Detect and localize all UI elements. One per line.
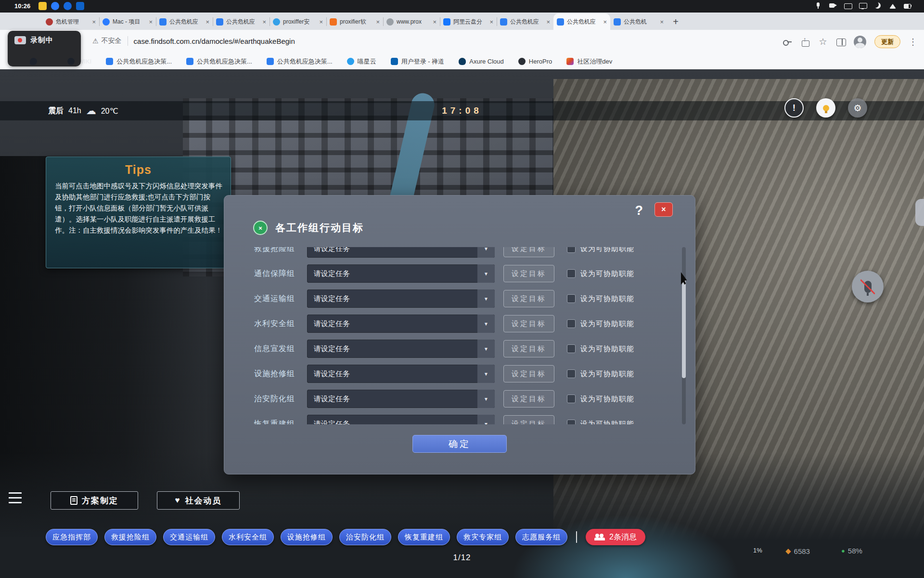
assist-checkbox[interactable]: [567, 420, 576, 424]
task-dropdown[interactable]: 请设定任务▼: [307, 415, 495, 424]
bookmark-star-icon[interactable]: ☆: [818, 37, 828, 47]
search-status-icon[interactable]: [64, 2, 72, 10]
url-text[interactable]: case.findsoft.com.cn/damocles/#/earthqua…: [134, 37, 295, 45]
mobilize-button[interactable]: ♥ 社会动员: [157, 491, 240, 510]
set-target-button[interactable]: 设定目标: [503, 290, 554, 307]
department-button[interactable]: 交通运输组: [163, 529, 215, 545]
bookmark-item[interactable]: 喵星云: [347, 57, 376, 66]
lanhu-status-icon[interactable]: [51, 2, 59, 10]
confirm-button[interactable]: 确定: [412, 435, 507, 453]
omnibox[interactable]: ⚠ 不安全 case.findsoft.com.cn/damocles/#/ea…: [92, 36, 295, 46]
browser-tab[interactable]: 公共危机应×: [156, 13, 213, 30]
microphone-button[interactable]: [852, 271, 884, 302]
help-icon[interactable]: ?: [635, 203, 643, 218]
new-tab-button[interactable]: +: [669, 15, 682, 28]
set-target-button[interactable]: 设定目标: [503, 415, 554, 424]
camera-status-icon[interactable]: [829, 2, 837, 9]
tab-close-icon[interactable]: ×: [205, 19, 209, 25]
bookmark-item[interactable]: 用户登录 - 禅道: [391, 57, 445, 66]
department-button[interactable]: 志愿服务组: [515, 529, 567, 545]
profile-avatar[interactable]: [854, 36, 866, 48]
tab-close-icon[interactable]: ×: [376, 19, 380, 25]
moon-status-icon[interactable]: [874, 2, 882, 9]
pencil-status-icon[interactable]: [38, 2, 47, 10]
chevron-down-icon[interactable]: ▼: [477, 264, 495, 283]
bookmark-item[interactable]: 公共危机应急决策...: [186, 57, 252, 66]
app-status-icon[interactable]: [76, 2, 84, 10]
browser-tab[interactable]: proxifier软×: [326, 13, 383, 30]
browser-tab[interactable]: 危机管理×: [42, 13, 99, 30]
tab-close-icon[interactable]: ×: [262, 19, 266, 25]
department-button[interactable]: 水利安全组: [222, 529, 274, 545]
bookmark-item[interactable]: HeroPro: [518, 58, 552, 65]
security-chip[interactable]: ⚠ 不安全: [92, 37, 122, 45]
assist-checkbox[interactable]: [567, 319, 576, 328]
department-button[interactable]: 应急指挥部: [46, 529, 98, 545]
hint-button[interactable]: [816, 98, 835, 118]
update-button[interactable]: 更新: [874, 35, 900, 48]
set-target-button[interactable]: 设定目标: [503, 365, 554, 382]
side-panel-icon[interactable]: [836, 37, 846, 47]
department-button[interactable]: 设施抢修组: [281, 529, 333, 545]
chevron-down-icon[interactable]: ▼: [477, 340, 495, 358]
display-status-icon[interactable]: [859, 2, 867, 9]
tab-close-icon[interactable]: ×: [319, 19, 323, 25]
mic-status-icon[interactable]: [814, 2, 822, 9]
tab-close-icon[interactable]: ×: [92, 19, 96, 25]
group-collapse-icon[interactable]: ×: [253, 221, 268, 235]
task-dropdown[interactable]: 请设定任务▼: [307, 365, 495, 383]
set-target-button[interactable]: 设定目标: [503, 390, 554, 407]
alert-button[interactable]: !: [784, 98, 804, 118]
chevron-down-icon[interactable]: ▼: [477, 247, 495, 258]
task-dropdown[interactable]: 请设定任务▼: [307, 289, 495, 308]
browser-tab[interactable]: 公共危机×: [610, 13, 667, 30]
task-dropdown[interactable]: 请设定任务▼: [307, 390, 495, 408]
tab-close-icon[interactable]: ×: [603, 19, 607, 25]
browser-tab[interactable]: 阿里云盘分×: [440, 13, 497, 30]
bookmark-item[interactable]: 公共危机应急决策...: [106, 57, 172, 66]
browser-tab-active[interactable]: 公共危机应×: [553, 13, 610, 30]
task-dropdown[interactable]: 请设定任务▼: [307, 247, 495, 258]
department-button[interactable]: 救灾专家组: [457, 529, 509, 545]
bookmark-item[interactable]: 社区治理dev: [566, 57, 612, 66]
event-list-icon[interactable]: [9, 492, 22, 503]
assist-checkbox[interactable]: [567, 344, 576, 353]
browser-tab[interactable]: proxiffer安×: [270, 13, 326, 30]
department-button[interactable]: 治安防化组: [339, 529, 391, 545]
assist-checkbox[interactable]: [567, 247, 576, 253]
chevron-down-icon[interactable]: ▼: [477, 390, 495, 408]
tab-close-icon[interactable]: ×: [433, 19, 436, 25]
task-dropdown[interactable]: 请设定任务▼: [307, 264, 495, 283]
keyboard-status-icon[interactable]: [844, 2, 852, 9]
wifi-status-icon[interactable]: [889, 2, 897, 9]
tab-close-icon[interactable]: ×: [660, 19, 664, 25]
assist-checkbox[interactable]: [567, 269, 576, 278]
scrollbar-thumb[interactable]: [682, 279, 686, 378]
close-button[interactable]: ×: [654, 202, 673, 217]
tab-close-icon[interactable]: ×: [546, 19, 550, 25]
assist-checkbox[interactable]: [567, 369, 576, 378]
share-icon[interactable]: [800, 37, 810, 47]
set-target-button[interactable]: 设定目标: [503, 265, 554, 282]
department-button[interactable]: 恢复重建组: [398, 529, 450, 545]
browser-tab[interactable]: www.prox×: [383, 13, 440, 30]
modal-scrollbar[interactable]: [682, 247, 686, 424]
browser-tab[interactable]: Mac - 项目×: [99, 13, 156, 30]
assist-checkbox[interactable]: [567, 294, 576, 303]
chevron-down-icon[interactable]: ▼: [477, 365, 495, 383]
tab-close-icon[interactable]: ×: [149, 19, 153, 25]
assist-checkbox[interactable]: [567, 394, 576, 403]
chevron-down-icon[interactable]: ▼: [477, 289, 495, 308]
settings-button[interactable]: ⚙: [848, 98, 867, 118]
tab-close-icon[interactable]: ×: [489, 19, 493, 25]
chrome-menu-icon[interactable]: ⋮: [909, 37, 917, 47]
browser-tab[interactable]: 公共危机应×: [213, 13, 270, 30]
bookmark-item[interactable]: Axure Cloud: [459, 58, 504, 65]
department-button[interactable]: 救援抢险组: [104, 529, 156, 545]
task-dropdown[interactable]: 请设定任务▼: [307, 315, 495, 333]
set-target-button[interactable]: 设定目标: [503, 247, 554, 257]
side-drawer-handle[interactable]: [915, 199, 924, 226]
game-viewport[interactable]: 震后 41h ☁ 20℃ 17:08 ! ⚙ Tips 当前可点击地图中感叹号及…: [0, 69, 924, 578]
chevron-down-icon[interactable]: ▼: [477, 415, 495, 424]
task-dropdown[interactable]: 请设定任务▼: [307, 340, 495, 358]
